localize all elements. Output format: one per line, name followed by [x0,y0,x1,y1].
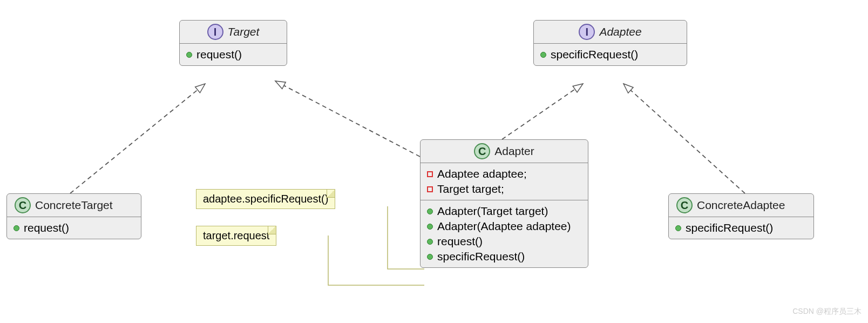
svg-line-2 [502,84,583,139]
uml-name: Target [228,25,260,38]
uml-method: request() [186,47,280,62]
method-label: specificRequest() [437,250,525,263]
note-text: adaptee.specificRequest() [203,193,328,205]
public-method-icon [675,225,681,231]
uml-method: specificRequest() [675,220,807,235]
public-method-icon [13,225,19,231]
uml-methods: specificRequest() [534,44,687,65]
public-method-icon [427,224,433,230]
method-label: Adapter(Adaptee adaptee) [437,220,571,233]
uml-name: ConcreteAdaptee [697,199,785,212]
method-label: specificRequest() [686,221,773,234]
interface-icon: I [579,24,595,40]
uml-methods: specificRequest() [669,217,813,239]
public-method-icon [427,239,433,245]
public-method-icon [540,52,546,58]
uml-class-adapter: C Adapter Adaptee adaptee; Target target… [420,139,588,268]
method-label: request() [196,48,242,61]
uml-fields: Adaptee adaptee; Target target; [421,163,588,200]
uml-header: C ConcreteAdaptee [669,194,813,217]
uml-field: Adaptee adaptee; [427,166,581,181]
uml-name: Adaptee [599,25,641,38]
public-method-icon [186,52,192,58]
uml-note-2: target.request [196,226,276,246]
uml-method: Adapter(Target target) [427,204,581,219]
uml-method: specificRequest() [427,249,581,264]
uml-header: C ConcreteTarget [7,194,141,217]
class-icon: C [676,197,693,213]
public-method-icon [427,254,433,260]
method-label: Adapter(Target target) [437,205,548,218]
svg-line-3 [623,84,745,193]
field-label: Target target; [437,183,504,196]
uml-header: I Adaptee [534,21,687,44]
uml-method: request() [13,220,134,235]
interface-icon: I [207,24,223,40]
uml-header: C Adapter [421,140,588,163]
method-label: specificRequest() [551,48,638,61]
svg-line-1 [275,81,420,157]
class-icon: C [474,143,490,159]
uml-note-1: adaptee.specificRequest() [196,189,335,209]
uml-class-concrete-target: C ConcreteTarget request() [6,193,141,239]
uml-methods: Adapter(Target target) Adapter(Adaptee a… [421,200,588,267]
uml-method: Adapter(Adaptee adaptee) [427,219,581,234]
svg-line-0 [70,84,205,193]
uml-method: specificRequest() [540,47,680,62]
method-label: request() [437,235,483,248]
uml-header: I Target [180,21,287,44]
method-label: request() [24,221,69,234]
watermark: CSDN @程序员三木 [792,307,862,317]
public-method-icon [427,208,433,214]
uml-field: Target target; [427,181,581,197]
private-field-icon [427,171,433,177]
note-text: target.request [203,230,269,241]
uml-interface-adaptee: I Adaptee specificRequest() [533,20,687,66]
private-field-icon [427,186,433,192]
uml-class-concrete-adaptee: C ConcreteAdaptee specificRequest() [668,193,814,239]
uml-method: request() [427,234,581,249]
field-label: Adaptee adaptee; [437,167,527,180]
uml-methods: request() [7,217,141,239]
uml-name: Adapter [494,145,534,158]
uml-methods: request() [180,44,287,65]
class-icon: C [15,197,31,213]
uml-name: ConcreteTarget [35,199,113,212]
uml-interface-target: I Target request() [179,20,287,66]
